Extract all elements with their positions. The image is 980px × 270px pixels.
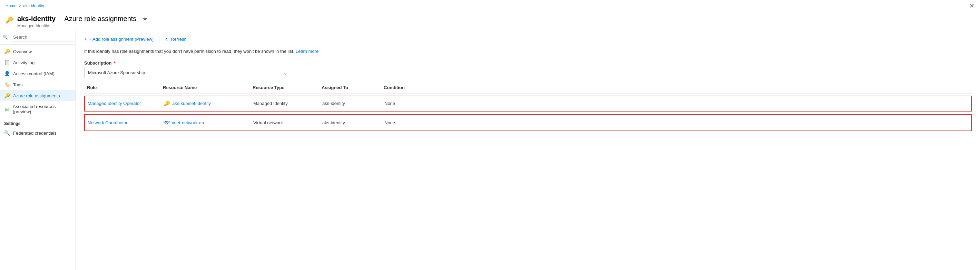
breadcrumb: Home > aks-identity: [6, 3, 44, 8]
subscription-label: Subscription *: [84, 61, 972, 66]
svg-rect-0: [164, 121, 165, 122]
header-title-row: aks-identity | Azure role assignments ★ …: [17, 15, 974, 23]
favorite-icon[interactable]: ★: [143, 16, 147, 22]
info-message: If this identity has role assignments th…: [84, 49, 294, 54]
associated-icon: ⊞: [4, 106, 9, 112]
resource-type-label: Managed Identity: [17, 24, 974, 28]
header-title-group: aks-identity | Azure role assignments ★ …: [17, 15, 974, 28]
access-icon: 👤: [4, 71, 10, 76]
sidebar-item-overview[interactable]: 🔑Overview: [0, 46, 76, 57]
refresh-button[interactable]: ↻ Refresh: [165, 37, 187, 42]
sidebar-item-activity-log[interactable]: 📋Activity log: [0, 57, 76, 68]
more-options-icon[interactable]: ···: [151, 16, 155, 22]
col-condition: Condition: [381, 83, 429, 91]
search-input[interactable]: [10, 33, 74, 42]
search-container: 🔍 «: [0, 30, 76, 45]
nav-label: Access control (IAM): [13, 71, 54, 76]
col-assigned-to: Assigned To: [319, 83, 381, 91]
role-cell[interactable]: Managed Identity Operator: [85, 99, 161, 108]
settings-section-label: Settings: [0, 117, 76, 128]
resource-name-value[interactable]: vnet-network-ap: [172, 120, 204, 125]
info-text: If this identity has role assignments th…: [84, 48, 972, 55]
top-bar: Home > aks-identity ✕: [0, 0, 980, 12]
condition-cell: None: [382, 118, 430, 128]
nav-label: Associated resources (preview): [13, 104, 72, 114]
page-title: Azure role assignments: [64, 15, 136, 23]
col-resource-type: Resource Type: [250, 83, 319, 91]
close-button[interactable]: ✕: [969, 2, 974, 10]
resource-icon: [164, 119, 170, 126]
nav-label: Tags: [13, 82, 22, 87]
log-icon: 📋: [4, 60, 10, 65]
sidebar-item-azure-role-assignments[interactable]: 🔑Azure role assignments: [0, 90, 76, 101]
add-icon: +: [84, 37, 87, 42]
condition-cell: None: [382, 99, 430, 108]
nav-section: 🔑Overview📋Activity log👤Access control (I…: [0, 45, 76, 140]
resource-name: aks-identity: [17, 15, 56, 23]
overview-icon: 🔑: [4, 49, 10, 54]
resource-type-cell: Managed Identity: [251, 99, 320, 108]
add-role-label: + Add role assignment (Preview): [89, 37, 154, 42]
col-resource-name: Resource Name: [160, 83, 250, 91]
resource-name-cell[interactable]: 🔑 aks-kubelet-identity: [161, 99, 251, 108]
sidebar-item-tags[interactable]: 🏷️Tags: [0, 79, 76, 90]
nav-label: Azure role assignments: [13, 93, 60, 98]
key-icon: 🔑: [6, 17, 13, 24]
page-header: 🔑 aks-identity | Azure role assignments …: [0, 12, 980, 30]
resource-type-cell: Virtual network: [251, 118, 320, 128]
nav-label: Activity log: [13, 60, 35, 65]
resource-icon: 🔑: [164, 101, 170, 107]
required-marker: *: [114, 61, 116, 66]
assigned-to-cell: aks-identity: [320, 99, 382, 108]
role-cell[interactable]: Network Contributor: [85, 118, 161, 128]
table-row: Managed Identity Operator 🔑 aks-kubelet-…: [84, 96, 972, 112]
main-layout: 🔍 « 🔑Overview📋Activity log👤Access contro…: [0, 30, 980, 270]
role-icon: 🔑: [4, 93, 10, 98]
refresh-label: Refresh: [171, 37, 187, 42]
assigned-to-cell: aks-identity: [320, 118, 382, 128]
federated-icon: 🔍: [4, 130, 10, 136]
title-separator: |: [59, 15, 61, 23]
breadcrumb-current[interactable]: aks-identity: [23, 3, 44, 8]
role-assignments-table: Role Resource Name Resource Type Assigne…: [84, 83, 972, 131]
main-content: + + Add role assignment (Preview) ↻ Refr…: [76, 30, 980, 270]
nav-label: Overview: [13, 49, 32, 54]
toolbar: + + Add role assignment (Preview) ↻ Refr…: [84, 35, 972, 43]
col-role: Role: [84, 83, 160, 91]
subscription-value: Microsoft Azure Sponsorship: [88, 70, 145, 75]
tags-icon: 🏷️: [4, 82, 10, 87]
toolbar-divider: [159, 35, 159, 43]
subscription-dropdown[interactable]: Microsoft Azure Sponsorship ⌄: [84, 68, 291, 78]
table-header-row: Role Resource Name Resource Type Assigne…: [84, 83, 972, 94]
search-icon: 🔍: [3, 35, 8, 40]
dropdown-arrow-icon: ⌄: [283, 70, 288, 76]
table-row: Network Contributor vnet-network-ap Virt…: [84, 114, 972, 131]
nav-label: Federated credentials: [13, 131, 57, 136]
breadcrumb-home[interactable]: Home: [6, 3, 17, 8]
sidebar-item-federated-credentials[interactable]: 🔍Federated credentials: [0, 128, 76, 139]
breadcrumb-separator: >: [19, 3, 21, 8]
add-role-assignment-button[interactable]: + + Add role assignment (Preview): [84, 37, 154, 42]
sidebar: 🔍 « 🔑Overview📋Activity log👤Access contro…: [0, 30, 76, 270]
svg-rect-4: [165, 123, 168, 124]
learn-more-link[interactable]: Learn more: [296, 49, 318, 54]
resource-name-cell[interactable]: vnet-network-ap: [161, 118, 251, 128]
sidebar-item-access-control[interactable]: 👤Access control (IAM): [0, 68, 76, 79]
resource-icon: 🔑: [6, 16, 13, 24]
refresh-icon: ↻: [165, 37, 169, 42]
resource-name-value[interactable]: aks-kubelet-identity: [172, 101, 211, 106]
svg-rect-1: [168, 121, 169, 122]
sidebar-item-associated-resources[interactable]: ⊞Associated resources (preview): [0, 101, 76, 117]
